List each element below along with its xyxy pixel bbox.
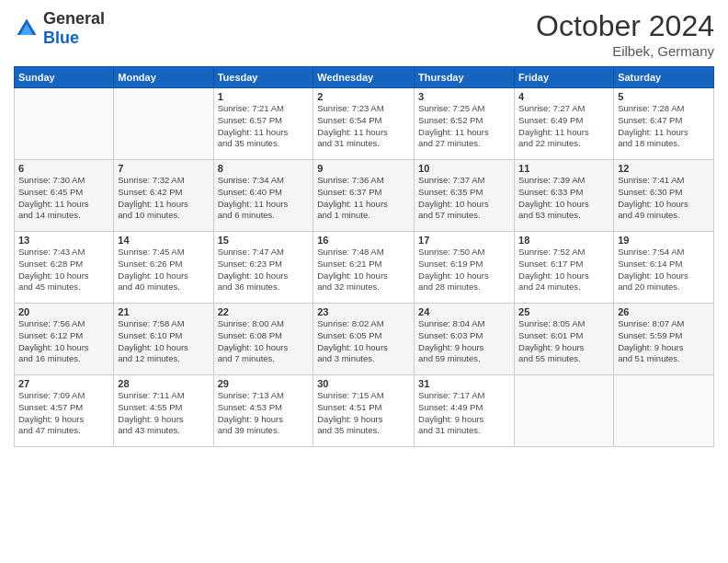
day-detail: Sunrise: 7:34 AM Sunset: 6:40 PM Dayligh… (218, 175, 289, 220)
calendar-cell: 26Sunrise: 8:07 AM Sunset: 5:59 PM Dayli… (614, 304, 714, 375)
day-number: 21 (118, 306, 209, 317)
day-detail: Sunrise: 7:52 AM Sunset: 6:17 PM Dayligh… (518, 247, 589, 292)
week-row-4: 20Sunrise: 7:56 AM Sunset: 6:12 PM Dayli… (15, 304, 714, 375)
calendar-cell: 11Sunrise: 7:39 AM Sunset: 6:33 PM Dayli… (515, 160, 614, 232)
day-detail: Sunrise: 7:45 AM Sunset: 6:26 PM Dayligh… (118, 247, 188, 292)
day-detail: Sunrise: 8:07 AM Sunset: 5:59 PM Dayligh… (618, 318, 684, 363)
day-number: 17 (418, 235, 510, 246)
calendar-cell: 7Sunrise: 7:32 AM Sunset: 6:42 PM Daylig… (114, 160, 213, 232)
day-detail: Sunrise: 7:43 AM Sunset: 6:28 PM Dayligh… (18, 247, 89, 292)
calendar-cell: 16Sunrise: 7:48 AM Sunset: 6:21 PM Dayli… (313, 232, 415, 304)
day-number: 20 (18, 306, 109, 317)
day-detail: Sunrise: 7:09 AM Sunset: 4:57 PM Dayligh… (18, 390, 85, 435)
calendar-cell: 15Sunrise: 7:47 AM Sunset: 6:23 PM Dayli… (213, 232, 313, 304)
day-detail: Sunrise: 7:48 AM Sunset: 6:21 PM Dayligh… (317, 247, 388, 292)
day-number: 3 (418, 91, 510, 102)
calendar-cell: 30Sunrise: 7:15 AM Sunset: 4:51 PM Dayli… (313, 375, 415, 447)
day-header-sunday: Sunday (15, 67, 114, 88)
day-detail: Sunrise: 7:27 AM Sunset: 6:49 PM Dayligh… (518, 103, 589, 148)
header: General Blue October 2024 Eilbek, German… (14, 9, 714, 59)
calendar-cell: 13Sunrise: 7:43 AM Sunset: 6:28 PM Dayli… (15, 232, 114, 304)
week-row-5: 27Sunrise: 7:09 AM Sunset: 4:57 PM Dayli… (15, 375, 714, 447)
week-row-2: 6Sunrise: 7:30 AM Sunset: 6:45 PM Daylig… (15, 160, 714, 232)
calendar-cell (114, 88, 213, 160)
logo-general: General (43, 9, 105, 28)
day-number: 10 (418, 163, 510, 174)
day-detail: Sunrise: 7:50 AM Sunset: 6:19 PM Dayligh… (418, 247, 489, 292)
calendar-cell: 22Sunrise: 8:00 AM Sunset: 6:08 PM Dayli… (213, 304, 313, 375)
day-number: 5 (618, 91, 710, 102)
day-detail: Sunrise: 7:13 AM Sunset: 4:53 PM Dayligh… (218, 390, 284, 435)
day-header-tuesday: Tuesday (213, 67, 313, 88)
calendar-cell: 3Sunrise: 7:25 AM Sunset: 6:52 PM Daylig… (415, 88, 515, 160)
day-number: 25 (518, 306, 609, 317)
day-number: 24 (418, 306, 510, 317)
day-header-wednesday: Wednesday (313, 67, 415, 88)
calendar-subtitle: Eilbek, Germany (536, 43, 714, 59)
day-detail: Sunrise: 7:11 AM Sunset: 4:55 PM Dayligh… (118, 390, 184, 435)
day-number: 27 (18, 378, 109, 389)
day-number: 8 (218, 163, 310, 174)
day-number: 18 (518, 235, 609, 246)
calendar-cell: 21Sunrise: 7:58 AM Sunset: 6:10 PM Dayli… (114, 304, 213, 375)
calendar-cell: 28Sunrise: 7:11 AM Sunset: 4:55 PM Dayli… (114, 375, 213, 447)
day-detail: Sunrise: 7:17 AM Sunset: 4:49 PM Dayligh… (418, 390, 484, 435)
day-header-monday: Monday (114, 67, 213, 88)
calendar-cell: 9Sunrise: 7:36 AM Sunset: 6:37 PM Daylig… (313, 160, 415, 232)
day-detail: Sunrise: 7:21 AM Sunset: 6:57 PM Dayligh… (218, 103, 289, 148)
calendar-cell: 25Sunrise: 8:05 AM Sunset: 6:01 PM Dayli… (515, 304, 614, 375)
calendar-cell (515, 375, 614, 447)
day-detail: Sunrise: 7:23 AM Sunset: 6:54 PM Dayligh… (317, 103, 388, 148)
day-number: 2 (317, 91, 410, 102)
week-row-1: 1Sunrise: 7:21 AM Sunset: 6:57 PM Daylig… (15, 88, 714, 160)
calendar-table: SundayMondayTuesdayWednesdayThursdayFrid… (14, 66, 714, 447)
day-detail: Sunrise: 7:32 AM Sunset: 6:42 PM Dayligh… (118, 175, 188, 220)
day-header-thursday: Thursday (415, 67, 515, 88)
calendar-cell: 4Sunrise: 7:27 AM Sunset: 6:49 PM Daylig… (515, 88, 614, 160)
day-detail: Sunrise: 8:04 AM Sunset: 6:03 PM Dayligh… (418, 318, 484, 363)
calendar-cell: 27Sunrise: 7:09 AM Sunset: 4:57 PM Dayli… (15, 375, 114, 447)
day-detail: Sunrise: 7:37 AM Sunset: 6:35 PM Dayligh… (418, 175, 489, 220)
calendar-cell: 17Sunrise: 7:50 AM Sunset: 6:19 PM Dayli… (415, 232, 515, 304)
calendar-cell: 31Sunrise: 7:17 AM Sunset: 4:49 PM Dayli… (415, 375, 515, 447)
title-block: October 2024 Eilbek, Germany (536, 9, 714, 59)
calendar-cell: 12Sunrise: 7:41 AM Sunset: 6:30 PM Dayli… (614, 160, 714, 232)
calendar-cell: 19Sunrise: 7:54 AM Sunset: 6:14 PM Dayli… (614, 232, 714, 304)
day-number: 7 (118, 163, 209, 174)
calendar-cell: 29Sunrise: 7:13 AM Sunset: 4:53 PM Dayli… (213, 375, 313, 447)
day-number: 15 (218, 235, 310, 246)
week-row-3: 13Sunrise: 7:43 AM Sunset: 6:28 PM Dayli… (15, 232, 714, 304)
day-number: 28 (118, 378, 209, 389)
day-number: 14 (118, 235, 209, 246)
day-detail: Sunrise: 7:15 AM Sunset: 4:51 PM Dayligh… (317, 390, 383, 435)
day-detail: Sunrise: 8:05 AM Sunset: 6:01 PM Dayligh… (518, 318, 585, 363)
header-row: SundayMondayTuesdayWednesdayThursdayFrid… (15, 67, 714, 88)
day-header-saturday: Saturday (614, 67, 714, 88)
day-number: 4 (518, 91, 609, 102)
calendar-cell: 23Sunrise: 8:02 AM Sunset: 6:05 PM Dayli… (313, 304, 415, 375)
calendar-cell (614, 375, 714, 447)
day-detail: Sunrise: 7:47 AM Sunset: 6:23 PM Dayligh… (218, 247, 289, 292)
day-number: 11 (518, 163, 609, 174)
day-header-friday: Friday (515, 67, 614, 88)
day-number: 22 (218, 306, 310, 317)
day-detail: Sunrise: 7:58 AM Sunset: 6:10 PM Dayligh… (118, 318, 188, 363)
day-number: 12 (618, 163, 710, 174)
day-number: 1 (218, 91, 310, 102)
calendar-cell: 2Sunrise: 7:23 AM Sunset: 6:54 PM Daylig… (313, 88, 415, 160)
day-number: 9 (317, 163, 410, 174)
logo-text: General Blue (43, 9, 105, 48)
calendar-cell: 20Sunrise: 7:56 AM Sunset: 6:12 PM Dayli… (15, 304, 114, 375)
calendar-page: General Blue October 2024 Eilbek, German… (0, 0, 728, 563)
day-detail: Sunrise: 7:30 AM Sunset: 6:45 PM Dayligh… (18, 175, 89, 220)
day-number: 30 (317, 378, 410, 389)
calendar-cell: 14Sunrise: 7:45 AM Sunset: 6:26 PM Dayli… (114, 232, 213, 304)
calendar-title: October 2024 (536, 9, 714, 43)
calendar-cell: 10Sunrise: 7:37 AM Sunset: 6:35 PM Dayli… (415, 160, 515, 232)
calendar-cell: 5Sunrise: 7:28 AM Sunset: 6:47 PM Daylig… (614, 88, 714, 160)
day-detail: Sunrise: 7:28 AM Sunset: 6:47 PM Dayligh… (618, 103, 688, 148)
day-number: 23 (317, 306, 410, 317)
logo: General Blue (14, 9, 105, 48)
day-detail: Sunrise: 7:39 AM Sunset: 6:33 PM Dayligh… (518, 175, 589, 220)
day-detail: Sunrise: 7:25 AM Sunset: 6:52 PM Dayligh… (418, 103, 489, 148)
